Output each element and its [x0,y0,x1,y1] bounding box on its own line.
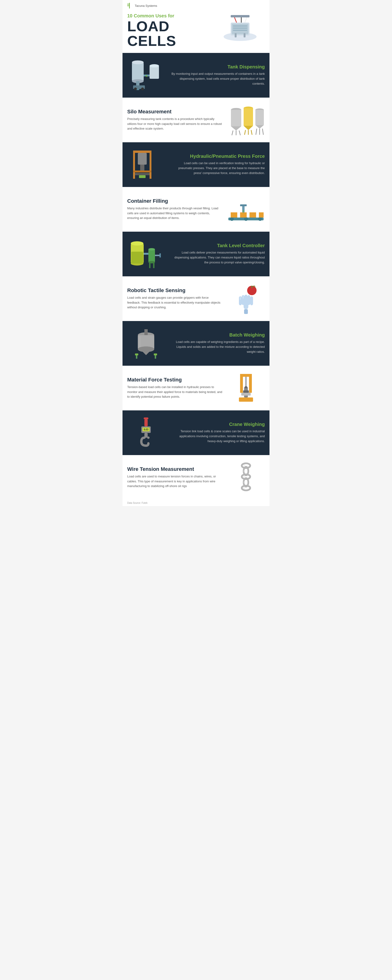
tank-dispensing-text: By monitoring input and output measureme… [170,72,265,86]
svg-point-24 [134,88,137,90]
svg-rect-5 [232,24,248,34]
section-robotic-tactile: Robotic Tactile Sensing Load cells and s… [122,276,270,321]
svg-point-56 [258,217,262,221]
svg-rect-93 [154,353,157,355]
header-content: 10 Common Uses for LOAD CELLS [127,11,265,48]
svg-point-121 [243,476,245,477]
svg-rect-85 [244,309,248,314]
wire-tension-title: Wire Tension Measurement [127,466,222,472]
svg-point-122 [243,481,245,484]
svg-rect-46 [149,151,151,179]
section-batch-weighing: Batch Weighing Load cells are capable of… [122,321,270,366]
svg-rect-75 [149,262,151,268]
svg-point-120 [243,470,245,472]
svg-marker-41 [256,125,264,129]
svg-rect-100 [249,374,252,393]
container-filling-title: Container Filling [127,198,222,204]
footer-section: Data Source: Futek [122,500,270,506]
svg-point-55 [244,217,248,221]
svg-rect-68 [131,251,143,263]
tank-dispensing-title: Tank Dispensing [170,64,265,70]
logo-area: Tacuna Systems [127,3,265,8]
svg-rect-99 [240,374,243,393]
svg-rect-47 [133,151,151,153]
svg-marker-91 [140,349,152,355]
svg-rect-57 [231,212,237,218]
robotic-tactile-title: Robotic Tactile Sensing [127,287,222,294]
svg-point-25 [141,88,144,90]
container-filling-illustration [227,194,265,224]
header-subtitle: 10 Common Uses for [127,13,218,19]
svg-rect-15 [132,62,144,81]
svg-rect-69 [144,253,148,255]
tank-dispensing-content: Tank Dispensing By monitoring input and … [170,64,265,86]
svg-point-64 [243,212,244,213]
section-container-filling: Container Filling Many industries distri… [122,187,270,232]
svg-point-71 [148,248,155,250]
wire-tension-text: Load cells are used to measure tension f… [127,474,222,489]
section-crane-weighing: 9.03 Crane Weighing Tension link load ce… [122,410,270,455]
svg-rect-96 [144,329,148,335]
svg-line-30 [232,130,233,135]
crane-weighing-text: Tension link load cells & crane scales c… [170,429,265,444]
material-force-image [227,373,265,403]
section-tank-dispensing: Tank Dispensing By monitoring input and … [122,53,270,98]
svg-rect-0 [129,3,130,8]
batch-weighing-content: Batch Weighing Load cells are capable of… [170,332,265,354]
svg-rect-14 [231,15,249,18]
crane-weighing-illustration: 9.03 [129,416,163,449]
robotic-tactile-content: Robotic Tactile Sensing Load cells and s… [127,287,222,310]
svg-line-31 [239,130,240,135]
crane-weighing-content: Crane Weighing Tension link load cells &… [170,422,265,444]
section-wire-tension: Wire Tension Measurement Load cells are … [122,455,270,500]
svg-line-11 [234,17,236,22]
silo-measurement-image [227,105,265,135]
load-cell-header-illustration [218,11,262,43]
svg-point-66 [131,241,143,245]
container-filling-content: Container Filling Many industries distri… [127,198,222,221]
svg-rect-94 [136,355,137,359]
svg-rect-86 [240,297,241,300]
data-source-text: Data Source: Futek [127,502,148,504]
wire-tension-content: Wire Tension Measurement Load cells are … [127,466,222,489]
material-force-title: Material Force Testing [127,377,222,383]
section-material-force: Material Force Testing Tension-based loa… [122,366,270,410]
logo-text: Tacuna Systems [135,4,157,8]
silo-measurement-content: Silo Measurement Precisely measuring tan… [127,109,222,131]
svg-rect-49 [138,153,147,165]
svg-rect-92 [135,353,138,355]
svg-point-113 [147,436,149,439]
robotic-tactile-image [227,283,265,314]
svg-rect-52 [139,175,146,178]
material-force-content: Material Force Testing Tension-based loa… [127,377,222,399]
svg-rect-7 [233,28,247,29]
header-section: Tacuna Systems 10 Common Uses for LOAD C… [122,0,270,53]
svg-rect-2 [127,5,129,6]
svg-rect-84 [250,296,253,305]
svg-rect-101 [239,398,253,402]
svg-rect-97 [139,336,141,347]
wire-tension-illustration [227,462,265,493]
svg-point-123 [243,487,245,489]
silo-measurement-text: Precisely measuring tank contents is a p… [127,117,222,131]
tank-dispensing-image [127,60,165,91]
svg-rect-50 [140,165,144,170]
svg-rect-28 [231,110,241,126]
hydraulic-press-content: Hydraulic/Pneumatic Press Force Load cel… [170,154,265,175]
svg-rect-34 [244,108,253,126]
svg-rect-60 [259,212,263,218]
material-force-text: Tension-based load cells can be installe… [127,385,222,399]
svg-rect-20 [149,66,159,79]
svg-rect-78 [251,286,252,288]
svg-rect-70 [148,249,155,262]
svg-point-21 [149,64,159,67]
header-title: LOAD CELLS [127,19,218,48]
hydraulic-press-illustration [129,150,163,180]
header-image [218,11,265,44]
batch-weighing-image [127,328,165,359]
svg-line-13 [245,17,247,22]
crane-weighing-image: 9.03 [127,417,165,448]
svg-rect-74 [159,253,161,258]
section-hydraulic-press: Hydraulic/Pneumatic Press Force Load cel… [122,142,270,187]
svg-rect-6 [233,25,247,26]
